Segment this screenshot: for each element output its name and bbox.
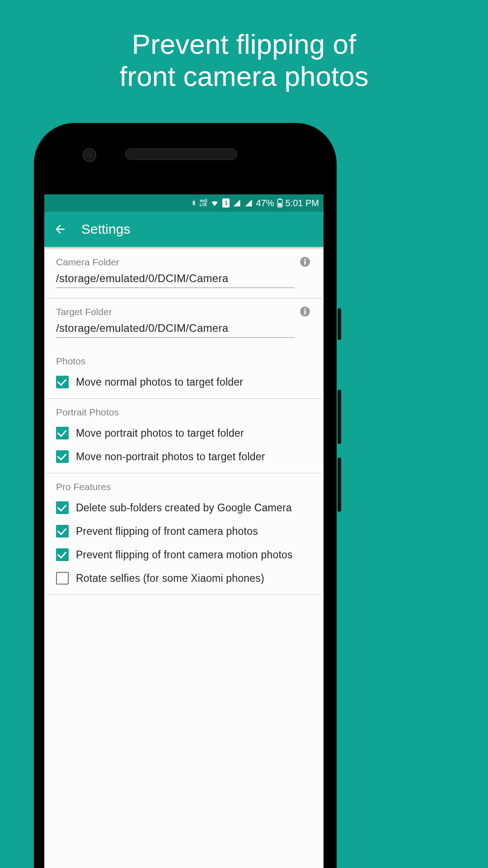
prevent-flip-motion-checkbox[interactable] (56, 548, 69, 561)
prevent-flip-photos-row[interactable]: Prevent flipping of front camera photos (56, 519, 312, 543)
delete-subfolders-checkbox[interactable] (56, 501, 69, 514)
rotate-selfies-label: Rotate selfies (for some Xiaomi phones) (76, 572, 264, 585)
svg-point-8 (304, 308, 305, 310)
phone-camera-dot (83, 148, 96, 162)
rotate-selfies-row[interactable]: Rotate selfies (for some Xiaomi phones) (56, 566, 312, 590)
volte-icon: Vo)) LTE (200, 199, 207, 207)
signal-icon (232, 199, 241, 207)
move-normal-photos-row[interactable]: Move normal photos to target folder (56, 370, 312, 394)
battery-percent: 47% (256, 198, 274, 208)
battery-icon (277, 198, 283, 208)
move-non-portrait-photos-row[interactable]: Move non-portrait photos to target folde… (56, 445, 312, 468)
photos-section: Photos Move normal photos to target fold… (46, 348, 322, 399)
signal-icon (244, 199, 253, 207)
camera-folder-input[interactable] (56, 271, 295, 288)
move-portrait-photos-label: Move portrait photos to target folder (76, 427, 244, 439)
pro-heading: Pro Features (56, 481, 312, 492)
phone-side-button (338, 308, 341, 340)
promo-title: Prevent flipping of front camera photos (0, 0, 488, 93)
phone-speaker-grille (125, 148, 237, 160)
bluetooth-icon (190, 198, 197, 208)
prevent-flip-motion-label: Prevent flipping of front camera motion … (76, 549, 293, 561)
delete-subfolders-row[interactable]: Delete sub-folders created by Google Cam… (56, 496, 312, 519)
move-normal-photos-checkbox[interactable] (56, 376, 69, 388)
portrait-heading: Portrait Photos (56, 407, 312, 418)
svg-rect-2 (278, 203, 282, 207)
target-folder-input[interactable] (56, 321, 295, 338)
delete-subfolders-label: Delete sub-folders created by Google Cam… (76, 502, 292, 514)
status-time: 5:01 PM (286, 198, 319, 208)
promo-line-2: front camera photos (119, 61, 368, 92)
app-bar: Settings (44, 212, 324, 247)
pro-features-section: Pro Features Delete sub-folders created … (46, 473, 322, 595)
prevent-flip-motion-row[interactable]: Prevent flipping of front camera motion … (56, 543, 312, 566)
info-icon[interactable] (299, 306, 312, 318)
svg-rect-4 (304, 261, 305, 265)
svg-rect-1 (279, 198, 281, 199)
settings-content: Camera Folder Target Folder (44, 247, 324, 595)
sim-icon: 1 (222, 198, 230, 208)
svg-rect-7 (304, 311, 305, 315)
phone-side-button (338, 390, 341, 444)
rotate-selfies-checkbox[interactable] (56, 572, 69, 585)
portrait-photos-section: Portrait Photos Move portrait photos to … (46, 399, 322, 473)
move-normal-photos-label: Move normal photos to target folder (76, 376, 243, 388)
page-title: Settings (81, 222, 130, 237)
promo-line-1: Prevent flipping of (132, 28, 356, 60)
info-icon[interactable] (299, 256, 312, 269)
move-non-portrait-photos-checkbox[interactable] (56, 450, 69, 463)
back-button[interactable] (53, 222, 67, 236)
camera-folder-label: Camera Folder (56, 257, 295, 268)
move-portrait-photos-checkbox[interactable] (56, 427, 69, 439)
photos-heading: Photos (56, 356, 312, 367)
target-folder-label: Target Folder (56, 307, 295, 317)
camera-folder-section: Camera Folder (46, 249, 322, 298)
prevent-flip-photos-label: Prevent flipping of front camera photos (76, 525, 258, 538)
phone-frame: Vo)) LTE 1 47% 5:01 PM Settings (34, 123, 337, 868)
phone-screen: Vo)) LTE 1 47% 5:01 PM Settings (44, 194, 324, 868)
svg-point-5 (304, 259, 305, 260)
move-portrait-photos-row[interactable]: Move portrait photos to target folder (56, 421, 312, 445)
phone-side-button (338, 458, 341, 512)
wifi-icon (210, 199, 220, 207)
target-folder-section: Target Folder (46, 298, 322, 348)
status-bar: Vo)) LTE 1 47% 5:01 PM (44, 194, 324, 212)
prevent-flip-photos-checkbox[interactable] (56, 525, 69, 538)
move-non-portrait-photos-label: Move non-portrait photos to target folde… (76, 451, 265, 463)
